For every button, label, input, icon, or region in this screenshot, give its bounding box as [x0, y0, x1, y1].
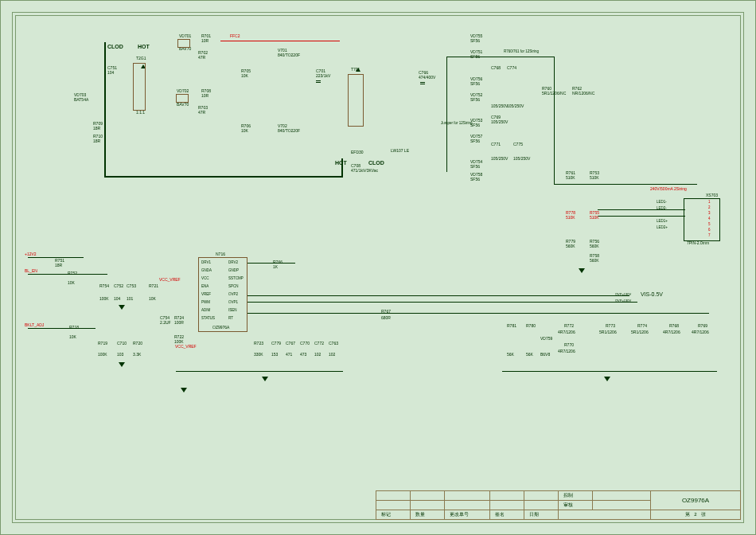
val-R754: 100K: [99, 297, 109, 301]
pin-led2+: LED2+: [657, 225, 668, 229]
val-R756: 560K: [590, 244, 599, 248]
pin-ADIM: ADIM: [201, 308, 210, 312]
val-C766: 474/400V: [419, 76, 435, 80]
val-C768: 105/250V: [491, 104, 508, 108]
diode-VD701: [177, 39, 190, 48]
ref-R752: R752: [68, 271, 77, 275]
val-VD751: SF56: [470, 55, 480, 59]
val-C772: 102: [314, 353, 321, 357]
val-R708: 10R: [201, 94, 208, 98]
val-VD757: SF56: [470, 139, 480, 143]
pin-ENA: ENA: [201, 284, 208, 288]
val-R761: 510K: [566, 176, 575, 180]
pin-OVP2: OVP2: [228, 292, 238, 296]
net-12v: +12V2: [25, 252, 37, 256]
net-blen: BL_EN: [25, 269, 37, 273]
val-R723: 330K: [254, 353, 263, 357]
val-R724: 100R: [174, 321, 184, 325]
ref-R780: R780: [526, 324, 536, 328]
titleblock: 拟制 OZ9976A 审核 标记 数量 更改单号 签名 日期 第 2 张: [376, 490, 741, 520]
wire-ledplus: [554, 184, 697, 185]
pin-GNDA: GNDA: [201, 268, 212, 272]
label-clod-right: CLOD: [368, 160, 384, 166]
frame-outer: [12, 12, 744, 523]
val-C774: 105/250V: [507, 104, 524, 108]
pinnum-1: 1: [708, 200, 711, 204]
val-R751: 18R: [55, 264, 62, 268]
tb-qty: 数量: [411, 510, 445, 520]
val-C753: 101: [127, 297, 133, 301]
val-C770: 473: [300, 353, 306, 357]
val-R720: 3.3K: [133, 353, 141, 357]
pin-ISEN: ISEN: [228, 308, 237, 312]
val-V702: 840/TO220F: [278, 129, 300, 133]
page-suffix: 张: [701, 512, 706, 517]
ref-T701: T701: [351, 68, 360, 72]
ref-XS703: XS703: [706, 193, 718, 197]
pin-STAT: STATUS: [201, 316, 215, 320]
ref-VD701: VD701: [179, 34, 191, 38]
ref-C767: C767: [286, 342, 295, 346]
val-R706: 10K: [241, 129, 248, 133]
val-R762: NR/1206/NC: [572, 92, 594, 96]
val-C769: 105/250V: [491, 120, 508, 124]
ref-C710: C710: [117, 342, 127, 346]
wire-rect-stack: [554, 57, 555, 184]
val-C708: 471/1kV/3KVac: [351, 169, 378, 173]
val-VD753: SF56: [470, 123, 480, 127]
ref-R719: R719: [98, 342, 107, 346]
label-hot-right: HOT: [335, 160, 347, 166]
ref-C770: C770: [300, 342, 310, 346]
label-jumper-note: Jumper for 12String: [441, 122, 473, 126]
label-ovp1-130: OVP=130V: [615, 293, 631, 296]
net-vccvref2: VCC_VREF: [175, 345, 197, 349]
heavy-wire: [104, 42, 106, 178]
ref-R720: R720: [133, 342, 142, 346]
ref-C772: C772: [314, 342, 324, 346]
label-ffc2: FFC2: [230, 34, 240, 38]
ref-R721: R721: [149, 284, 158, 288]
ref-C753: C753: [127, 284, 136, 288]
pin-DRV2: DRV2: [228, 260, 238, 264]
page-prefix: 第: [685, 512, 690, 517]
val-R773: 5R1/1206: [599, 330, 617, 334]
tb-mark: 标记: [376, 510, 411, 520]
pin-VREF: VREF: [201, 292, 211, 296]
pin-PWM: PWM: [201, 300, 210, 304]
val-VD759: B6V8: [540, 353, 550, 357]
titleblock-check: 审核: [559, 501, 593, 510]
val-C771: 105/250V: [491, 157, 508, 161]
val-VD754: SF56: [470, 165, 480, 169]
pin-SPCN: SPCN: [228, 284, 239, 288]
pin-DRV1: DRV1: [201, 260, 211, 264]
pin-RT: RT: [228, 316, 233, 320]
gnd-icon: [181, 388, 187, 392]
gnd-bus-left: [176, 371, 343, 372]
label-clod-left: CLOD: [107, 44, 123, 49]
val-C751: 104: [107, 71, 114, 75]
pinnum-5: 5: [708, 222, 711, 226]
val-R710: 18R: [93, 139, 100, 143]
val-R781: 56K: [507, 353, 514, 357]
wire-sec-bus: [446, 57, 447, 172]
ref-R768: R768: [669, 324, 679, 328]
val-VD756: SF56: [470, 82, 480, 86]
val-VD703: BAT54A: [74, 98, 88, 102]
val-VD752: SF56: [470, 98, 480, 102]
net-bklt: BKLT_ADJ: [25, 323, 44, 327]
val-R760: 5R1/1206/NC: [542, 92, 566, 96]
val-T2G1: 1:1:1: [136, 111, 145, 115]
wire-to-rect: [446, 57, 554, 57]
ref-R769: R769: [698, 324, 707, 328]
val-VD758: SF56: [470, 178, 480, 182]
transformer-T701: [348, 74, 364, 127]
val-R709: 18R: [93, 127, 100, 131]
ref-VD702: VD702: [177, 89, 189, 93]
val-R722: 100K: [174, 340, 184, 344]
pin-led1-: LED1-: [657, 200, 667, 204]
gnd-icon: [119, 305, 125, 310]
gnd-icon: [119, 362, 125, 367]
pinnum-4: 4: [708, 217, 711, 221]
val-C767: 471: [286, 353, 292, 357]
val-C763: 102: [329, 353, 335, 357]
